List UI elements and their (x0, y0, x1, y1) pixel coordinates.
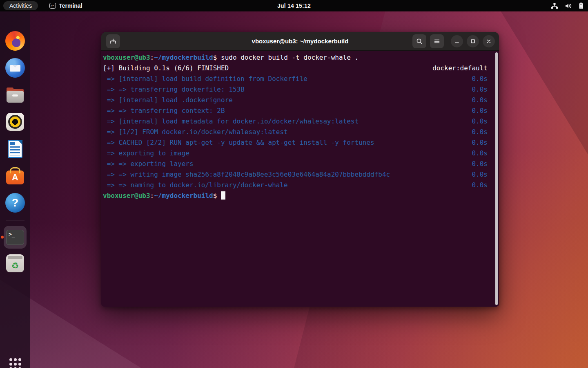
clock[interactable]: Jul 14 15:12 (277, 2, 311, 9)
firefox-icon (5, 31, 25, 51)
terminal-line: => [internal] load build definition from… (103, 74, 498, 84)
close-icon (486, 38, 492, 44)
focused-app-menu[interactable]: >- Terminal (49, 2, 82, 9)
focused-app-name: Terminal (59, 2, 82, 9)
top-bar: Activities >- Terminal Jul 14 15:12 (0, 0, 588, 11)
running-indicator-dot (1, 236, 4, 239)
volume-icon (565, 3, 572, 9)
terminal-line: => => writing image sha256:a8f2048c9ab8e… (103, 169, 498, 180)
minimize-button[interactable] (451, 35, 463, 47)
maximize-icon (470, 38, 476, 44)
activities-button[interactable]: Activities (3, 1, 38, 10)
terminal-line: => => transferring dockerfile: 153B0.0s (103, 84, 498, 95)
terminal-line: => [internal] load .dockerignore0.0s (103, 95, 498, 105)
libreoffice-writer-icon (8, 140, 22, 158)
hamburger-menu-icon (433, 38, 441, 45)
terminal-app-icon: >- (49, 3, 56, 9)
dock: A ? >_ ♻ (0, 11, 30, 368)
new-tab-icon (109, 38, 117, 45)
terminal-line: vboxuser@ub3:~/mydockerbuild$ sudo docke… (103, 52, 498, 63)
dock-item-files[interactable] (5, 85, 25, 105)
terminal-content[interactable]: vboxuser@ub3:~/mydockerbuild$ sudo docke… (101, 51, 499, 307)
dock-item-trash[interactable]: ♻ (5, 254, 25, 273)
battery-icon (579, 2, 583, 9)
menu-button[interactable] (430, 34, 444, 48)
close-button[interactable] (483, 35, 495, 47)
dock-item-thunderbird[interactable] (5, 58, 25, 78)
dock-item-terminal[interactable]: >_ (4, 226, 27, 249)
network-wired-icon (551, 3, 558, 9)
terminal-line: => => naming to docker.io/library/docker… (103, 180, 498, 191)
help-icon: ? (5, 193, 25, 213)
system-tray[interactable] (551, 0, 583, 11)
dock-separator (6, 220, 24, 220)
terminal-scrollbar[interactable] (495, 52, 498, 305)
terminal-line: => CACHED [2/2] RUN apt-get -y update &&… (103, 137, 498, 148)
terminal-output: vboxuser@ub3:~/mydockerbuild$ sudo docke… (103, 52, 498, 201)
terminal-titlebar[interactable]: vboxuser@ub3: ~/mydockerbuild (101, 32, 499, 51)
dock-item-firefox[interactable] (5, 31, 25, 51)
app-grid-icon (9, 358, 21, 368)
thunderbird-icon (5, 58, 25, 78)
ubuntu-software-icon: A (6, 171, 24, 184)
trash-icon: ♻ (6, 254, 24, 272)
dock-item-ubuntu-software[interactable]: A (5, 166, 25, 186)
maximize-button[interactable] (467, 35, 479, 47)
terminal-icon: >_ (6, 230, 24, 245)
dock-item-help[interactable]: ? (5, 193, 25, 213)
minimize-icon (454, 38, 460, 44)
files-folder-icon (7, 89, 24, 103)
terminal-line: => [1/2] FROM docker.io/docker/whalesay:… (103, 127, 498, 137)
terminal-cursor (221, 191, 225, 200)
terminal-line: => => exporting layers0.0s (103, 159, 498, 169)
show-applications-button[interactable] (5, 354, 25, 368)
terminal-window: vboxuser@ub3: ~/mydockerbuild (101, 32, 499, 307)
terminal-line: => exporting to image0.0s (103, 148, 498, 159)
dock-item-rhythmbox[interactable] (5, 112, 25, 132)
terminal-line: [+] Building 0.1s (6/6) FINISHEDdocker:d… (103, 63, 498, 74)
window-title: vboxuser@ub3: ~/mydockerbuild (252, 38, 349, 45)
search-icon (416, 38, 423, 45)
dock-item-libreoffice-writer[interactable] (5, 139, 25, 159)
rhythmbox-icon (6, 113, 24, 131)
new-tab-button[interactable] (106, 34, 120, 48)
terminal-line: => [internal] load metadata for docker.i… (103, 116, 498, 127)
terminal-line: => => transferring context: 2B0.0s (103, 105, 498, 116)
search-button[interactable] (412, 34, 426, 48)
terminal-line: vboxuser@ub3:~/mydockerbuild$ (103, 191, 498, 201)
